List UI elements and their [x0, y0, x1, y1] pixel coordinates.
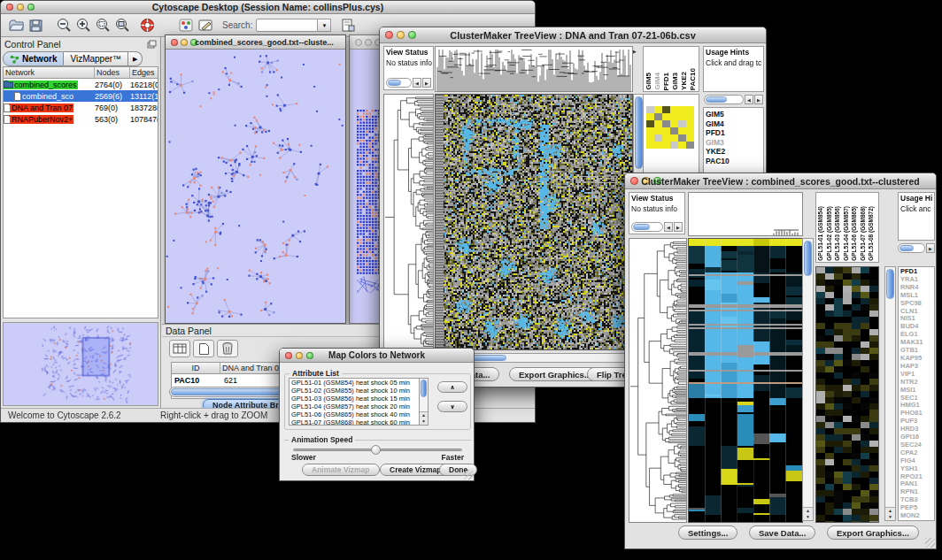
heatmap-vscrollbar[interactable]: ▲▼ — [802, 238, 814, 521]
matrix-cell[interactable] — [646, 134, 654, 142]
scroll-right-icon[interactable]: ▶ — [422, 78, 431, 88]
matrix-cell[interactable] — [654, 113, 662, 120]
new-attribute-icon[interactable] — [193, 340, 214, 357]
matrix-cell[interactable] — [678, 127, 686, 134]
network-canvas[interactable] — [166, 50, 345, 323]
attribute-table-icon[interactable] — [169, 340, 190, 357]
column-label[interactable]: GIM5 — [645, 73, 653, 90]
node-doc-icon[interactable] — [338, 16, 358, 35]
column-dendrogram-canvas[interactable] — [688, 192, 803, 236]
correlation-matrix[interactable] — [646, 106, 694, 149]
matrix-cell[interactable] — [686, 113, 694, 120]
matrix-cell[interactable] — [678, 113, 686, 120]
matrix-cell[interactable] — [662, 142, 670, 149]
scroll-thumb[interactable] — [886, 269, 894, 299]
delete-attribute-icon[interactable] — [217, 340, 238, 357]
network-overview[interactable] — [3, 322, 158, 406]
matrix-cell[interactable] — [678, 142, 686, 149]
heatmap-canvas[interactable] — [435, 94, 633, 350]
speed-slider[interactable] — [293, 449, 462, 451]
tab-overflow-button[interactable]: ▶ — [128, 51, 143, 66]
matrix-cell[interactable] — [646, 106, 654, 113]
treeview1-titlebar[interactable]: ClusterMaker TreeView : DNA and Tran 07-… — [380, 27, 766, 43]
scroll-arrows[interactable]: ▲▼ — [885, 507, 895, 520]
matrix-cell[interactable] — [654, 120, 662, 127]
matrix-cell[interactable] — [670, 113, 678, 120]
minimize-button[interactable] — [365, 39, 372, 46]
tab-vizmapper[interactable]: VizMapper™ — [64, 51, 128, 66]
matrix-cell[interactable] — [686, 120, 694, 127]
help-icon[interactable] — [137, 16, 157, 35]
gene-label[interactable]: GIM4 — [706, 119, 763, 129]
scroll-right-icon[interactable]: ▶ — [926, 243, 935, 253]
gene-label[interactable]: MON2 — [900, 512, 934, 520]
scroll-thumb[interactable] — [388, 80, 401, 86]
matrix-cell[interactable] — [686, 106, 694, 113]
row-dendrogram-canvas[interactable] — [629, 238, 687, 523]
resize-grip[interactable] — [925, 538, 935, 548]
status-scrollbar[interactable] — [631, 222, 663, 232]
slider-thumb[interactable] — [371, 445, 381, 455]
scroll-left-icon[interactable]: ◀ — [664, 222, 673, 232]
matrix-cell[interactable] — [686, 127, 694, 134]
column-label[interactable]: GPL51-07 (GSM868) — [860, 206, 869, 261]
scroll-left-icon[interactable]: ◀ — [745, 95, 753, 104]
move-down-button[interactable]: ∨ — [437, 401, 467, 412]
tab-network[interactable]: Network — [3, 51, 64, 66]
scroll-left-icon[interactable]: ◀ — [413, 78, 421, 88]
column-label[interactable]: GIM4 — [653, 73, 662, 90]
matrix-cell[interactable] — [670, 120, 678, 127]
matrix-cell[interactable] — [678, 134, 686, 142]
save-icon[interactable] — [26, 16, 45, 35]
column-header[interactable]: ID — [172, 363, 220, 374]
treeview-button[interactable]: Settings... — [678, 525, 737, 540]
zoom-out-icon[interactable] — [54, 16, 73, 35]
list-vscrollbar[interactable]: ▲▼ — [419, 379, 428, 425]
gene-label[interactable]: PFD1 — [706, 128, 763, 138]
matrix-cell[interactable] — [646, 120, 654, 127]
column-header[interactable]: Nodes — [95, 67, 130, 79]
treeview-button[interactable]: Save Data... — [749, 525, 815, 540]
attribute-item[interactable]: GPL51-03 (GSM856) heat shock 15 min — [290, 395, 428, 403]
matrix-cell[interactable] — [646, 113, 654, 120]
hints-scrollbar[interactable] — [704, 95, 744, 104]
attribute-item[interactable]: GPL51-04 (GSM857) heat shock 20 min — [290, 403, 428, 410]
column-header[interactable]: Edges — [130, 67, 158, 79]
matrix-cell[interactable] — [670, 134, 678, 142]
gene-label[interactable]: GIM3 — [706, 138, 763, 148]
column-header[interactable]: Network — [4, 67, 95, 79]
overview-canvas[interactable] — [4, 323, 158, 405]
scroll-right-icon[interactable]: ▶ — [754, 95, 763, 104]
network-row[interactable]: combined_sco 2569(6) 13112(15) — [4, 90, 158, 102]
matrix-cell[interactable] — [670, 142, 678, 149]
scroll-arrows[interactable]: ▲▼ — [420, 411, 428, 425]
column-dendrogram-canvas[interactable] — [435, 46, 633, 92]
zoom-in-icon[interactable] — [73, 16, 93, 35]
dendro-splitter[interactable]: ▶ — [633, 49, 637, 54]
zoom-heatmap-canvas[interactable] — [815, 266, 879, 523]
scroll-thumb[interactable] — [421, 380, 427, 397]
close-button[interactable] — [171, 39, 178, 46]
column-label[interactable]: PFD1 — [662, 73, 671, 90]
column-label[interactable]: YKE2 — [680, 72, 689, 90]
matrix-cell[interactable] — [646, 142, 654, 149]
treeview-button[interactable]: Export Graphics... — [827, 525, 919, 540]
resize-grip[interactable] — [463, 470, 473, 479]
network-row[interactable]: RNAPuberNov2+ 563(0) 107847(0) — [4, 113, 158, 125]
dialog-titlebar[interactable]: Map Colors to Network — [280, 349, 474, 363]
matrix-cell[interactable] — [662, 120, 670, 127]
annotation-icon[interactable] — [196, 16, 215, 35]
scroll-thumb[interactable] — [804, 241, 812, 276]
scroll-thumb[interactable] — [633, 224, 650, 230]
matrix-cell[interactable] — [662, 134, 670, 142]
matrix-cell[interactable] — [654, 127, 662, 134]
gene-label[interactable]: PAC10 — [706, 157, 763, 166]
column-label[interactable]: PAC10 — [689, 68, 698, 90]
scroll-thumb[interactable] — [635, 96, 643, 169]
row-dendrogram-canvas[interactable] — [383, 94, 434, 350]
column-label[interactable]: GPL51-01 (GSM854) — [817, 206, 826, 261]
hints-scrollbar[interactable] — [898, 243, 925, 253]
matrix-cell[interactable] — [670, 106, 678, 113]
scroll-thumb[interactable] — [900, 245, 914, 251]
attribute-item[interactable]: GPL51-07 (GSM868) heat shock 60 min — [290, 418, 428, 426]
